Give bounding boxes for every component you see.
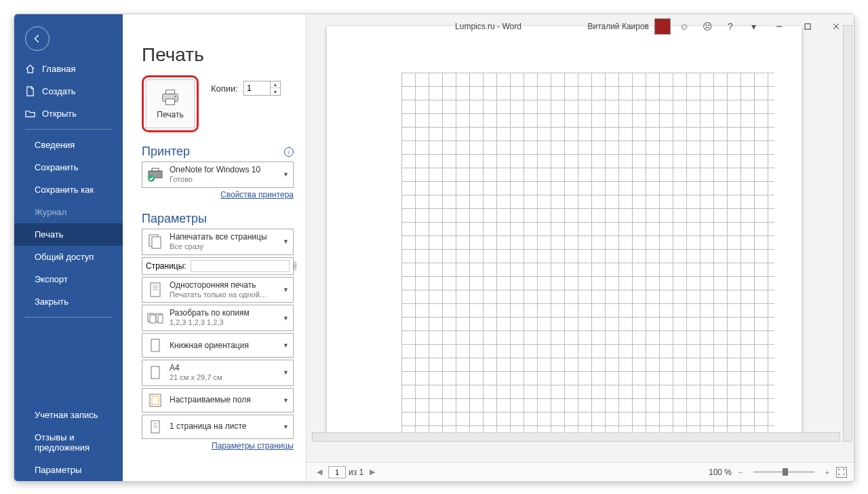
- print-button[interactable]: Печать: [146, 79, 195, 128]
- prev-page-button[interactable]: ◀: [313, 466, 326, 478]
- dd-sub: 21 см x 29,7 см: [170, 373, 277, 383]
- printer-section-title: Принтер: [142, 145, 190, 159]
- copies-spinner[interactable]: ▲▼: [243, 81, 281, 96]
- sidebar-item-close[interactable]: Закрыть: [14, 290, 123, 313]
- minimize-button[interactable]: [767, 17, 791, 36]
- dd-title: Книжная ориентация: [170, 341, 277, 351]
- sidebar-item-share[interactable]: Общий доступ: [14, 246, 123, 268]
- sidebar-label: Печать: [35, 229, 64, 240]
- margins-icon: [146, 392, 164, 409]
- print-range-dropdown[interactable]: Напечатать все страницыВсе сразу ▼: [142, 229, 294, 255]
- sidebar-label: Главная: [42, 64, 75, 74]
- chevron-down-icon: ▼: [283, 315, 289, 322]
- chevron-down-icon: ▼: [283, 369, 289, 376]
- sidebar-label: Сведения: [35, 140, 75, 150]
- backstage-sidebar: Главная Создать Открыть Сведения Сохрани…: [14, 14, 123, 481]
- sidebar-item-open[interactable]: Открыть: [14, 102, 123, 125]
- svg-rect-9: [152, 168, 159, 171]
- spin-up-icon[interactable]: ▲: [271, 81, 280, 88]
- pages-label: Страницы:: [146, 261, 186, 271]
- zoom-slider[interactable]: [753, 471, 814, 473]
- next-page-button[interactable]: ▶: [366, 466, 378, 478]
- home-icon: [25, 64, 35, 74]
- print-button-label: Печать: [157, 110, 183, 119]
- open-icon: [25, 109, 35, 119]
- svg-rect-4: [165, 90, 174, 94]
- dd-sub: 1,2,3 1,2,3 1,2,3: [170, 318, 277, 328]
- zoom-out-button[interactable]: −: [734, 466, 747, 478]
- help-icon[interactable]: ?: [721, 17, 740, 36]
- pages-input[interactable]: [191, 260, 290, 272]
- collate-dropdown[interactable]: Разобрать по копиям1,2,3 1,2,3 1,2,3 ▼: [142, 305, 294, 331]
- maximize-button[interactable]: [795, 17, 820, 36]
- sidebar-label: Открыть: [42, 109, 77, 119]
- sidebar-label: Учетная запись: [35, 410, 98, 420]
- chevron-down-icon: ▼: [283, 286, 289, 293]
- sidebar-label: Отзывы и предложения: [35, 432, 112, 453]
- horizontal-scrollbar[interactable]: [312, 432, 840, 442]
- sidebar-item-home[interactable]: Главная: [14, 58, 123, 80]
- sidebar-item-print[interactable]: Печать: [14, 223, 123, 246]
- sided-dropdown[interactable]: Односторонняя печатьПечатать только на о…: [142, 277, 294, 303]
- page-number-input[interactable]: [328, 466, 346, 478]
- sidebar-item-account[interactable]: Учетная запись: [14, 404, 123, 426]
- print-preview: ◀ из 1 ▶ 100 % − + ⛶: [306, 14, 854, 481]
- sidebar-item-feedback[interactable]: Отзывы и предложения: [14, 426, 123, 459]
- printer-properties-link[interactable]: Свойства принтера: [142, 190, 294, 200]
- close-button[interactable]: [824, 17, 848, 36]
- paper-size-dropdown[interactable]: A421 см x 29,7 см ▼: [142, 360, 294, 386]
- frown-icon[interactable]: ☹: [698, 17, 717, 36]
- zoom-in-button[interactable]: +: [821, 466, 833, 478]
- sidebar-label: Создать: [42, 86, 75, 96]
- portrait-icon: [146, 337, 164, 354]
- copies-label: Копии:: [211, 83, 238, 94]
- pages-per-sheet-dropdown[interactable]: 1 страница на листе ▼: [142, 415, 294, 439]
- smile-icon[interactable]: ☺: [675, 17, 694, 36]
- page-of-label: из 1: [349, 468, 363, 477]
- printer-status: Готово: [170, 175, 277, 185]
- dd-sub: Все сразу: [170, 242, 277, 252]
- chevron-down-icon: ▼: [283, 171, 289, 178]
- sidebar-item-history[interactable]: Журнал: [14, 201, 123, 223]
- back-button[interactable]: [25, 26, 50, 51]
- sidebar-item-info[interactable]: Сведения: [14, 134, 123, 156]
- dd-title: A4: [170, 363, 277, 373]
- sidebar-item-export[interactable]: Экспорт: [14, 268, 123, 290]
- chevron-down-icon: ▼: [283, 423, 289, 430]
- printer-dropdown[interactable]: OneNote for Windows 10Готово ▼: [142, 162, 294, 188]
- svg-rect-20: [158, 315, 163, 323]
- zoom-label: 100 %: [709, 468, 732, 477]
- preview-page: [327, 26, 802, 434]
- svg-rect-22: [151, 366, 159, 379]
- chevron-down-icon: ▼: [283, 397, 289, 404]
- ribbon-options-icon[interactable]: ▾: [744, 17, 763, 36]
- margins-dropdown[interactable]: Настраиваемые поля ▼: [142, 388, 294, 413]
- sidebar-item-options[interactable]: Параметры: [14, 459, 123, 481]
- fit-to-window-button[interactable]: ⛶: [836, 467, 847, 478]
- dd-title: Напечатать все страницы: [170, 232, 277, 242]
- user-name: Виталий Каиров: [587, 22, 649, 31]
- sidebar-item-saveas[interactable]: Сохранить как: [14, 178, 123, 201]
- vertical-scrollbar[interactable]: [843, 25, 852, 442]
- sidebar-item-new[interactable]: Создать: [14, 80, 123, 102]
- page-setup-link[interactable]: Параметры страницы: [142, 441, 294, 451]
- copies-input[interactable]: [244, 83, 270, 93]
- avatar[interactable]: [654, 18, 671, 35]
- title-bar: Lumpics.ru - Word Виталий Каиров ☺ ☹ ? ▾: [123, 14, 854, 39]
- preview-footer: ◀ из 1 ▶ 100 % − + ⛶: [307, 462, 854, 481]
- svg-point-7: [174, 96, 176, 97]
- sidebar-item-save[interactable]: Сохранить: [14, 156, 123, 178]
- info-icon[interactable]: i: [294, 261, 297, 271]
- chevron-down-icon: ▼: [283, 342, 289, 349]
- pages-icon: [146, 233, 164, 250]
- sidebar-label: Общий доступ: [35, 252, 94, 262]
- orientation-dropdown[interactable]: Книжная ориентация ▼: [142, 333, 294, 358]
- sidebar-label: Закрыть: [35, 297, 68, 307]
- info-icon[interactable]: i: [284, 147, 294, 157]
- dd-title: Односторонняя печать: [170, 280, 277, 290]
- svg-rect-6: [165, 99, 174, 104]
- spin-down-icon[interactable]: ▼: [271, 88, 280, 95]
- printer-icon: [160, 88, 180, 107]
- print-button-highlight: Печать: [142, 75, 199, 132]
- sidebar-label: Параметры: [35, 465, 81, 475]
